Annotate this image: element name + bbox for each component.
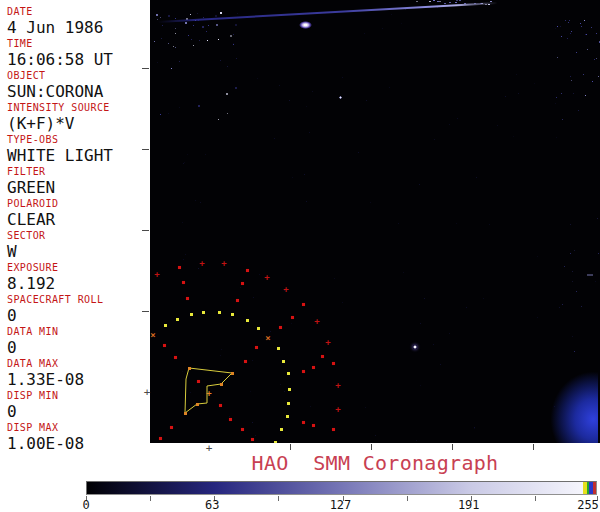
metadata-field-filter: FILTERGREEN [7, 166, 149, 196]
left-axis-tick [142, 230, 149, 231]
colorbar-tick-label: 255 [577, 499, 599, 512]
metadata-value: SUN:CORONA [7, 83, 149, 100]
metadata-label: TIME [7, 38, 149, 50]
colorbar-tick [150, 496, 151, 501]
polygon-node [231, 372, 234, 375]
metadata-label: OBJECT [7, 70, 149, 82]
left-axis-plus: + [144, 387, 151, 398]
colorbar-tick-label: 0 [82, 499, 89, 512]
metadata-label: SPACECRAFT ROLL [7, 294, 149, 306]
metadata-label: POLAROID [7, 198, 149, 210]
region-center-plus: + [206, 389, 211, 398]
polygon-node [188, 367, 191, 370]
polygon-node [220, 383, 223, 386]
metadata-field-type-obs: TYPE-OBSWHITE LIGHT [7, 134, 149, 164]
metadata-field-object: OBJECTSUN:CORONA [7, 70, 149, 100]
polygon-node [184, 412, 187, 415]
bottom-axis-tick [290, 444, 291, 450]
bottom-axis-tick [533, 444, 534, 450]
metadata-field-time: TIME16:06:58 UT [7, 38, 149, 68]
metadata-value: 8.192 [7, 275, 149, 292]
metadata-value: 0 [7, 339, 149, 356]
metadata-value: (K+F)*V [7, 115, 149, 132]
bottom-axis-tick [371, 444, 372, 450]
colorbar-stripe [593, 482, 596, 494]
colorbar-overlay-stripes [583, 482, 596, 494]
metadata-label: EXPOSURE [7, 262, 149, 274]
left-axis-tick [142, 311, 149, 312]
metadata-field-polaroid: POLAROIDCLEAR [7, 198, 149, 228]
bottom-axis-plus: + [206, 443, 213, 454]
metadata-field-spacecraft-roll: SPACECRAFT ROLL0 [7, 294, 149, 324]
colorbar [86, 481, 597, 495]
metadata-value: 16:06:58 UT [7, 51, 149, 68]
colorbar-tick-label: 191 [458, 499, 480, 512]
colorbar-gradient [87, 482, 596, 494]
banner-title: HAO SMM Coronagraph [150, 452, 600, 476]
colorbar-tick [535, 496, 536, 501]
metadata-label: INTENSITY SOURCE [7, 102, 149, 114]
region-polygon-overlay [150, 0, 600, 443]
metadata-value: WHITE LIGHT [7, 147, 149, 164]
metadata-field-disp-min: DISP MIN0 [7, 390, 149, 420]
metadata-field-date: DATE4 Jun 1986 [7, 6, 149, 36]
coronagraph-image-display[interactable]: +++++++++××+ [150, 0, 600, 443]
metadata-field-sector: SECTORW [7, 230, 149, 260]
metadata-label: SECTOR [7, 230, 149, 242]
metadata-label: DATE [7, 6, 149, 18]
metadata-panel: DATE4 Jun 1986TIME16:06:58 UTOBJECTSUN:C… [0, 0, 150, 512]
metadata-field-data-max: DATA MAX1.33E-08 [7, 358, 149, 388]
metadata-field-data-min: DATA MIN0 [7, 326, 149, 356]
metadata-label: TYPE-OBS [7, 134, 149, 146]
left-axis-tick [142, 68, 149, 69]
metadata-value: 0 [7, 307, 149, 324]
metadata-field-disp-max: DISP MAX1.00E-08 [7, 422, 149, 452]
metadata-value: 0 [7, 403, 149, 420]
metadata-value: 1.33E-08 [7, 371, 149, 388]
metadata-field-exposure: EXPOSURE8.192 [7, 262, 149, 292]
colorbar-tick [278, 496, 279, 501]
metadata-value: W [7, 243, 149, 260]
polygon-node [196, 403, 199, 406]
metadata-label: DISP MIN [7, 390, 149, 402]
metadata-label: FILTER [7, 166, 149, 178]
bottom-axis-tick [452, 444, 453, 450]
colorbar-tick-label: 63 [205, 499, 219, 512]
metadata-field-intensity-source: INTENSITY SOURCE(K+F)*V [7, 102, 149, 132]
metadata-value: GREEN [7, 179, 149, 196]
metadata-value: 1.00E-08 [7, 435, 149, 452]
metadata-value: CLEAR [7, 211, 149, 228]
smm-coronagraph-viewer: DATE4 Jun 1986TIME16:06:58 UTOBJECTSUN:C… [0, 0, 600, 512]
metadata-label: DATA MIN [7, 326, 149, 338]
metadata-label: DISP MAX [7, 422, 149, 434]
metadata-label: DATA MAX [7, 358, 149, 370]
left-axis-tick [142, 149, 149, 150]
colorbar-tick-label: 127 [330, 499, 352, 512]
colorbar-tick [407, 496, 408, 501]
metadata-value: 4 Jun 1986 [7, 19, 149, 36]
